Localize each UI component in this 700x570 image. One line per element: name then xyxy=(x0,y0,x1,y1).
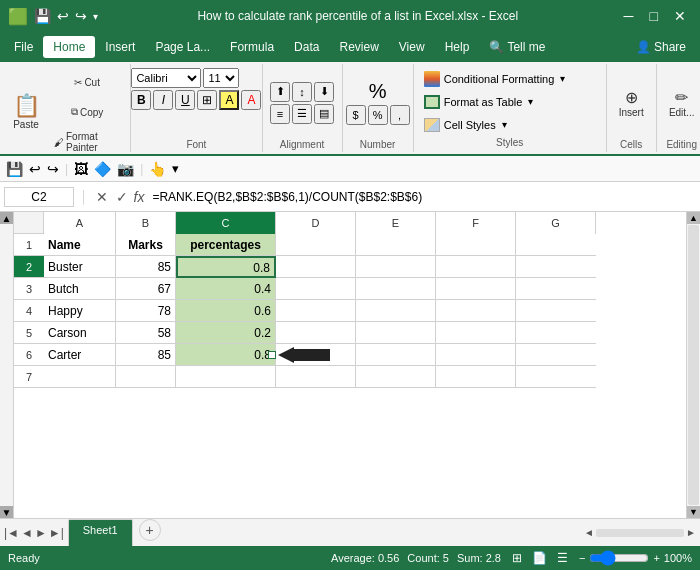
font-family-select[interactable]: Calibri xyxy=(131,68,201,88)
cell-g7[interactable] xyxy=(516,366,596,388)
undo2-icon[interactable]: ↩ xyxy=(29,161,41,177)
tab-first-button[interactable]: |◄ xyxy=(4,526,19,540)
align-center-button[interactable]: ☰ xyxy=(292,104,312,124)
minimize-button[interactable]: ─ xyxy=(618,0,640,32)
menu-file[interactable]: File xyxy=(4,36,43,58)
close-button[interactable]: ✕ xyxy=(668,0,692,32)
cut-button[interactable]: ✂ Cut xyxy=(50,68,124,96)
col-header-e[interactable]: E xyxy=(356,212,436,234)
save2-icon[interactable]: 💾 xyxy=(6,161,23,177)
row-header-2[interactable]: 2 xyxy=(14,256,44,278)
maximize-button[interactable]: □ xyxy=(644,0,664,32)
align-top-button[interactable]: ⬆ xyxy=(270,82,290,102)
cell-c2[interactable]: 0.8 xyxy=(176,256,276,278)
cell-c1[interactable]: percentages xyxy=(176,234,276,256)
cell-f5[interactable] xyxy=(436,322,516,344)
align-left-button[interactable]: ≡ xyxy=(270,104,290,124)
cell-a4[interactable]: Happy xyxy=(44,300,116,322)
col-header-c[interactable]: C xyxy=(176,212,276,234)
conditional-formatting-button[interactable]: Conditional Formatting ▾ xyxy=(420,69,600,89)
menu-home[interactable]: Home xyxy=(43,36,95,58)
font-size-select[interactable]: 11 xyxy=(203,68,239,88)
align-bottom-button[interactable]: ⬇ xyxy=(314,82,334,102)
scrollbar-track[interactable] xyxy=(596,529,684,537)
cell-b7[interactable] xyxy=(116,366,176,388)
undo-icon[interactable]: ↩ xyxy=(57,8,69,24)
cell-f2[interactable] xyxy=(436,256,516,278)
vertical-scrollbar[interactable]: ▲ ▼ xyxy=(686,212,700,518)
cell-a5[interactable]: Carson xyxy=(44,322,116,344)
menu-insert[interactable]: Insert xyxy=(95,36,145,58)
cell-styles-button[interactable]: Cell Styles ▾ xyxy=(420,115,600,135)
function-wizard-icon[interactable]: fx xyxy=(134,189,145,205)
touch-icon[interactable]: 👆 xyxy=(149,161,166,177)
cell-f4[interactable] xyxy=(436,300,516,322)
cell-d4[interactable] xyxy=(276,300,356,322)
menu-data[interactable]: Data xyxy=(284,36,329,58)
cell-styles-dropdown-icon[interactable]: ▾ xyxy=(502,119,507,130)
cell-b1[interactable]: Marks xyxy=(116,234,176,256)
tab-prev-button[interactable]: ◄ xyxy=(21,526,33,540)
tab-last-button[interactable]: ►| xyxy=(49,526,64,540)
cell-a6[interactable]: Carter xyxy=(44,344,116,366)
cell-e7[interactable] xyxy=(356,366,436,388)
cell-a2[interactable]: Buster xyxy=(44,256,116,278)
col-header-f[interactable]: F xyxy=(436,212,516,234)
col-header-g[interactable]: G xyxy=(516,212,596,234)
currency-button[interactable]: $ xyxy=(346,105,366,125)
cell-b6[interactable]: 85 xyxy=(116,344,176,366)
row-header-4[interactable]: 4 xyxy=(14,300,44,322)
screenshot-icon[interactable]: 📷 xyxy=(117,161,134,177)
cell-c7[interactable] xyxy=(176,366,276,388)
autofill-handle[interactable] xyxy=(268,351,276,359)
cell-d6[interactable] xyxy=(276,344,356,366)
clipboard-paste-button[interactable]: 📋 Paste xyxy=(6,82,46,142)
cell-e4[interactable] xyxy=(356,300,436,322)
conditional-formatting-dropdown-icon[interactable]: ▾ xyxy=(560,73,565,84)
redo2-icon[interactable]: ↪ xyxy=(47,161,59,177)
cell-e3[interactable] xyxy=(356,278,436,300)
row-header-7[interactable]: 7 xyxy=(14,366,44,388)
menu-help[interactable]: Help xyxy=(435,36,480,58)
scroll-left-button[interactable]: ◄ xyxy=(584,527,594,538)
menu-formula[interactable]: Formula xyxy=(220,36,284,58)
cell-f6[interactable] xyxy=(436,344,516,366)
cell-d7[interactable] xyxy=(276,366,356,388)
copy-button[interactable]: ⧉ Copy xyxy=(50,98,124,126)
comma-button[interactable]: , xyxy=(390,105,410,125)
confirm-formula-icon[interactable]: ✓ xyxy=(114,187,130,207)
cell-g1[interactable] xyxy=(516,234,596,256)
add-sheet-button[interactable]: + xyxy=(139,519,161,541)
cell-reference-box[interactable] xyxy=(4,187,74,207)
cell-a3[interactable]: Butch xyxy=(44,278,116,300)
share-button[interactable]: 👤 Share xyxy=(626,36,696,58)
cell-c4[interactable]: 0.6 xyxy=(176,300,276,322)
cell-b4[interactable]: 78 xyxy=(116,300,176,322)
format-as-table-dropdown-icon[interactable]: ▾ xyxy=(528,96,533,107)
cell-e6[interactable] xyxy=(356,344,436,366)
page-layout-button[interactable]: 📄 xyxy=(529,550,550,566)
col-header-a[interactable]: A xyxy=(44,212,116,234)
vertical-scrollbar-left[interactable]: ▲ ▼ xyxy=(0,212,14,518)
cell-e5[interactable] xyxy=(356,322,436,344)
italic-button[interactable]: I xyxy=(153,90,173,110)
cancel-formula-icon[interactable]: ✕ xyxy=(94,187,110,207)
cell-b2[interactable]: 85 xyxy=(116,256,176,278)
cell-d5[interactable] xyxy=(276,322,356,344)
row-header-1[interactable]: 1 xyxy=(14,234,44,256)
formula-input[interactable] xyxy=(148,188,700,206)
cell-c5[interactable]: 0.2 xyxy=(176,322,276,344)
cell-d3[interactable] xyxy=(276,278,356,300)
page-break-button[interactable]: ☰ xyxy=(554,550,571,566)
cell-e1[interactable] xyxy=(356,234,436,256)
percent-button[interactable]: % xyxy=(368,105,388,125)
cell-b3[interactable]: 67 xyxy=(116,278,176,300)
editing-button[interactable]: ✏ Edit... xyxy=(662,86,700,120)
cell-f3[interactable] xyxy=(436,278,516,300)
cell-d2[interactable] xyxy=(276,256,356,278)
align-right-button[interactable]: ▤ xyxy=(314,104,334,124)
cell-f7[interactable] xyxy=(436,366,516,388)
zoom-in-button[interactable]: + xyxy=(653,552,659,564)
border-button[interactable]: ⊞ xyxy=(197,90,217,110)
zoom-slider[interactable] xyxy=(589,554,649,562)
